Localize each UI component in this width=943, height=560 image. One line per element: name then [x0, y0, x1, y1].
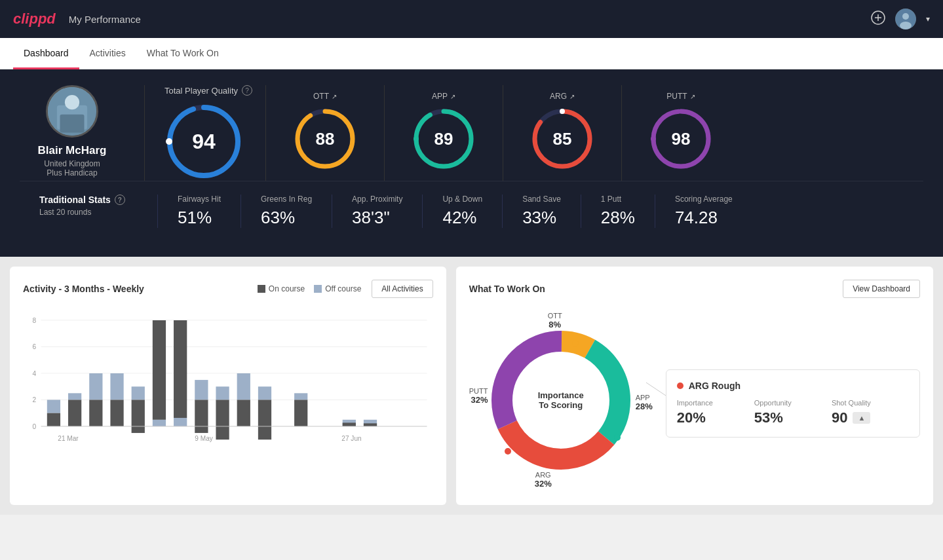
arg-label: ARG ↗ [550, 92, 575, 101]
svg-point-5 [900, 22, 912, 29]
dropdown-arrow[interactable]: ▾ [926, 14, 930, 24]
putt-trend-icon: ↗ [690, 93, 695, 100]
svg-text:8: 8 [33, 317, 37, 324]
svg-rect-54 [258, 386, 271, 400]
gauge-ott: OTT ↗ 88 [265, 85, 384, 181]
svg-rect-37 [68, 400, 81, 426]
view-dashboard-button[interactable]: View Dashboard [843, 280, 920, 298]
stat-proximity-value: 38'3" [352, 208, 390, 228]
svg-text:0: 0 [33, 423, 37, 430]
tab-what-to-work-on[interactable]: What To Work On [136, 39, 229, 69]
chart-header: Activity - 3 Months - Weekly On course O… [23, 280, 433, 298]
stat-fairways-value: 51% [178, 208, 212, 228]
svg-text:6: 6 [33, 343, 37, 350]
add-icon[interactable] [871, 10, 885, 28]
svg-rect-52 [237, 373, 250, 400]
svg-point-4 [902, 13, 909, 20]
svg-rect-34 [47, 400, 60, 413]
stat-proximity-label: App. Proximity [352, 195, 402, 204]
putt-value: 98 [672, 129, 691, 149]
arg-rough-title: ARG Rough [677, 381, 909, 391]
stat-1putt: 1 Putt 28% [581, 195, 655, 228]
svg-rect-43 [132, 400, 145, 433]
stats-row: Traditional Stats ? Last 20 rounds Fairw… [20, 181, 923, 241]
player-avatar [46, 85, 98, 138]
legend-on-course: On course [258, 284, 305, 293]
svg-text:9 May: 9 May [195, 435, 213, 442]
arg-rough-card: ARG Rough Importance 20% Opportunity 53%… [666, 369, 920, 438]
svg-point-72 [572, 340, 579, 346]
ott-donut-label: OTT 8% [548, 312, 562, 329]
wtwo-content: Importance To Scoring OTT 8% APP 28% ARG… [469, 308, 920, 492]
svg-rect-48 [195, 380, 208, 400]
app-value: 89 [434, 129, 453, 149]
svg-rect-9 [60, 115, 85, 133]
stat-greens-value: 63% [261, 208, 295, 228]
svg-rect-46 [174, 418, 187, 426]
svg-point-12 [166, 138, 172, 145]
svg-rect-40 [110, 373, 123, 400]
player-country: United Kingdom [44, 159, 100, 168]
importance-value: 20% [677, 409, 754, 426]
stats-label-block: Traditional Stats ? Last 20 rounds [39, 195, 157, 217]
svg-rect-38 [89, 373, 102, 400]
arg-trend-icon: ↗ [569, 93, 575, 100]
stat-scoring-label: Scoring Average [675, 195, 733, 204]
svg-point-20 [560, 109, 565, 114]
ott-gauge: 88 [292, 106, 358, 172]
all-activities-button[interactable]: All Activities [372, 280, 433, 298]
hero-section: Blair McHarg United Kingdom Plus Handica… [0, 69, 943, 257]
svg-rect-50 [216, 386, 229, 400]
svg-text:27 Jun: 27 Jun [341, 435, 361, 442]
svg-rect-35 [47, 413, 60, 426]
stat-updown-label: Up & Down [442, 195, 482, 204]
svg-point-73 [614, 434, 621, 441]
arg-donut-label: ARG 32% [535, 471, 552, 489]
header-right: ▾ [871, 9, 930, 29]
svg-rect-47 [174, 320, 187, 418]
gauge-arg: ARG ↗ 85 [503, 85, 621, 181]
stat-scoring: Scoring Average 74.28 [655, 195, 752, 228]
stat-1putt-label: 1 Putt [601, 195, 621, 204]
tab-dashboard[interactable]: Dashboard [13, 39, 79, 69]
stat-fairways: Fairways Hit 51% [157, 195, 241, 228]
shot-quality-value: 90 [832, 409, 847, 426]
tpq-block: Total Player Quality ? 94 [164, 85, 252, 181]
logo: clippd [13, 10, 56, 28]
stat-scoring-value: 74.28 [675, 208, 718, 228]
traditional-stats-label: Traditional Stats ? [39, 195, 157, 205]
what-to-work-on-panel: What To Work On View Dashboard [456, 267, 933, 505]
stat-fairways-label: Fairways Hit [178, 195, 221, 204]
svg-rect-36 [68, 393, 81, 400]
arg-gauge: 85 [529, 106, 595, 172]
wtwo-title: What To Work On [469, 284, 545, 294]
arg-value: 85 [553, 129, 572, 149]
total-quality-gauge: 94 [164, 102, 243, 181]
user-avatar[interactable] [895, 9, 916, 29]
quality-section: Total Player Quality ? 94 OTT ↗ [144, 85, 923, 181]
stat-sandsave-value: 33% [522, 208, 556, 228]
stats-sublabel: Last 20 rounds [39, 208, 157, 217]
activity-chart-svg: 8 6 4 2 0 [23, 308, 433, 453]
tab-activities[interactable]: Activities [79, 39, 136, 69]
shot-quality-stat: Shot Quality 90 ▲ [832, 399, 909, 426]
header-left: clippd My Performance [13, 10, 141, 28]
stats-help-icon[interactable]: ? [115, 195, 125, 205]
connector-line [640, 376, 672, 415]
shot-quality-badge: ▲ [853, 412, 870, 424]
total-quality-value: 94 [192, 130, 216, 154]
player-info: Blair McHarg United Kingdom Plus Handica… [20, 85, 125, 177]
chart-area: 8 6 4 2 0 [23, 308, 433, 453]
work-on-details: ARG Rough Importance 20% Opportunity 53%… [666, 363, 920, 438]
svg-rect-55 [258, 400, 271, 439]
tabs-nav: Dashboard Activities What To Work On [0, 38, 943, 69]
importance-stat: Importance 20% [677, 399, 754, 426]
importance-label: Importance [677, 399, 754, 407]
header: clippd My Performance ▾ [0, 0, 943, 38]
svg-text:21 Mar: 21 Mar [58, 435, 79, 442]
stat-1putt-value: 28% [601, 208, 635, 228]
svg-point-74 [505, 448, 511, 455]
ott-trend-icon: ↗ [332, 93, 337, 100]
stat-proximity: App. Proximity 38'3" [332, 195, 422, 228]
tpq-help-icon[interactable]: ? [242, 85, 252, 96]
